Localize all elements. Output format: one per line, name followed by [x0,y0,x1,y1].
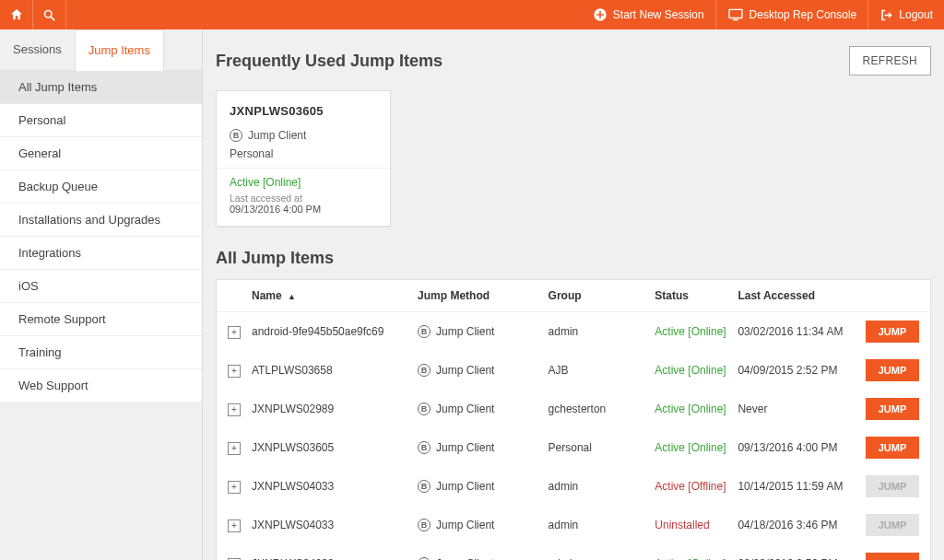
row-method: BJump Client [418,364,548,377]
col-last-header[interactable]: Last Accessed [738,289,856,302]
svg-line-1 [51,17,54,20]
row-status: Active [Online] [655,325,738,338]
row-group: Personal [549,441,655,454]
desktop-console-label: Desktop Rep Console [749,8,857,21]
row-name: JXNPLWS02989 [252,402,418,415]
col-status-header[interactable]: Status [655,289,738,302]
search-icon [42,8,56,22]
freq-card-name: JXNPLWS03605 [230,104,377,118]
freq-card[interactable]: JXNPLWS03605 B Jump Client Personal Acti… [216,90,391,227]
jump-button[interactable]: JUMP [866,437,919,459]
sidebar-item[interactable]: Remote Support [0,303,202,336]
tab-jump-items[interactable]: Jump Items [75,29,164,71]
expand-icon[interactable]: + [228,403,241,416]
logout-label: Logout [899,8,933,21]
expand-icon[interactable]: + [228,519,241,532]
sidebar-item[interactable]: All Jump Items [0,71,202,104]
home-icon [9,7,24,22]
freq-card-meta-time: 09/13/2016 4:00 PM [230,204,377,215]
freq-card-method-row: B Jump Client [230,129,377,142]
logout-button[interactable]: Logout [867,0,944,29]
row-group: admin [549,325,655,338]
jump-button[interactable]: JUMP [866,359,919,381]
row-method: BJump Client [418,441,548,454]
sidebar-item[interactable]: Training [0,336,202,369]
monitor-icon [727,8,744,21]
row-method: BJump Client [418,402,548,415]
b-circle-icon: B [418,364,431,377]
freq-card-meta-label: Last accessed at [230,192,377,204]
sidebar-item[interactable]: Integrations [0,237,202,270]
row-method: BJump Client [418,519,548,531]
b-circle-icon: B [418,441,431,454]
row-status: Active [Online] [655,441,738,454]
col-method-header[interactable]: Jump Method [418,289,548,302]
row-last-accessed: 04/18/2016 3:46 PM [738,519,856,531]
sidebar-item[interactable]: Web Support [0,369,202,402]
topbar-right: Start New Session Desktop Rep Console Lo… [582,0,944,29]
topbar-left [0,0,66,29]
sidebar-item[interactable]: Personal [0,104,202,137]
jump-button[interactable]: JUMP [866,398,919,420]
row-status: Active [Online] [655,402,738,415]
plus-circle-icon [593,7,608,22]
expand-icon[interactable]: + [228,365,241,378]
table-row: +android-9fe945b50ae9fc69BJump Clientadm… [217,312,930,351]
sidebar-item[interactable]: Backup Queue [0,170,202,204]
col-name-header[interactable]: Name ▲ [252,289,418,302]
desktop-console-button[interactable]: Desktop Rep Console [715,0,868,29]
expand-icon[interactable]: + [228,442,241,455]
freq-card-method: Jump Client [248,129,306,142]
logout-icon [879,8,893,22]
nav-list: All Jump ItemsPersonalGeneralBackup Queu… [0,71,202,402]
start-session-label: Start New Session [613,8,704,21]
jump-items-table: Name ▲ Jump Method Group Status Last Acc… [216,279,931,560]
row-group: admin [549,519,655,531]
row-status: Active [Online] [655,364,738,377]
jump-button[interactable]: JUMP [866,321,919,343]
row-name: android-9fe945b50ae9fc69 [252,325,418,338]
refresh-button[interactable]: REFRESH [849,46,931,76]
start-session-button[interactable]: Start New Session [582,0,715,29]
top-tabs: Sessions Jump Items [0,29,202,71]
b-circle-icon: B [418,402,431,415]
freq-title: Frequently Used Jump Items [216,52,442,71]
jump-button[interactable]: JUMP [866,553,919,560]
home-button[interactable] [0,0,33,29]
jump-button: JUMP [866,514,919,536]
jump-button: JUMP [866,475,919,497]
freq-card-status: Active [Online] [230,176,377,189]
expand-icon[interactable]: + [228,326,241,339]
freq-header: Frequently Used Jump Items REFRESH [216,46,931,76]
table-row: +JXNPLWS02989BJump ClientgchestertonActi… [217,390,930,428]
row-name: ATLPLWS03658 [252,364,418,377]
table-header: Name ▲ Jump Method Group Status Last Acc… [217,280,930,312]
table-row: +JXNPLWS04033BJump ClientadminActive [On… [217,544,930,560]
col-name-label: Name [252,289,282,302]
row-group: admin [549,480,655,493]
table-row: +JXNPLWS04033BJump ClientadminUninstalle… [217,506,930,544]
all-items-title: All Jump Items [216,249,931,268]
b-circle-icon: B [230,129,242,142]
row-name: JXNPLWS04033 [252,480,418,493]
expand-icon[interactable]: + [228,481,241,494]
tab-sessions[interactable]: Sessions [0,29,75,70]
sidebar: Sessions Jump Items All Jump ItemsPerson… [0,29,203,560]
content: Frequently Used Jump Items REFRESH JXNPL… [203,29,944,560]
search-button[interactable] [33,0,66,29]
b-circle-icon: B [418,325,431,338]
row-last-accessed: 10/14/2015 11:59 AM [738,480,856,493]
b-circle-icon: B [418,480,431,493]
row-method: BJump Client [418,325,548,338]
sort-asc-icon: ▲ [288,292,296,301]
sidebar-item[interactable]: Installations and Upgrades [0,204,202,237]
row-name: JXNPLWS04033 [252,519,418,531]
divider [217,168,390,169]
sidebar-item[interactable]: iOS [0,270,202,303]
table-row: +JXNPLWS04033BJump ClientadminActive [Of… [217,467,930,506]
sidebar-item[interactable]: General [0,137,202,170]
row-status: Uninstalled [655,519,738,531]
col-group-header[interactable]: Group [549,289,655,302]
table-row: +ATLPLWS03658BJump ClientAJBActive [Onli… [217,351,930,390]
b-circle-icon: B [418,519,431,531]
